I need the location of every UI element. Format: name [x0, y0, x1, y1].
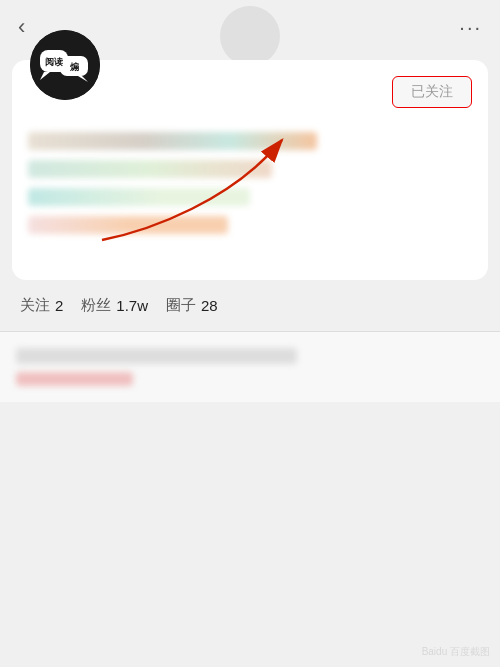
follow-button[interactable]: 已关注 [392, 76, 472, 108]
blurred-content-area [28, 132, 472, 234]
stat-followers[interactable]: 粉丝 1.7w [81, 296, 148, 315]
blurred-row-2 [28, 160, 272, 178]
followers-label: 粉丝 [81, 296, 111, 315]
stats-row: 关注 2 粉丝 1.7w 圈子 28 [0, 280, 500, 331]
avatar-icon: 阅读 煽 [30, 30, 100, 100]
stat-following[interactable]: 关注 2 [20, 296, 63, 315]
groups-value: 28 [201, 297, 218, 314]
svg-text:阅读: 阅读 [45, 57, 63, 67]
blurred-row-3 [28, 188, 250, 206]
stat-groups[interactable]: 圈子 28 [166, 296, 218, 315]
back-button[interactable]: ‹ [18, 14, 25, 40]
svg-text:煽: 煽 [69, 62, 79, 72]
followers-value: 1.7w [116, 297, 148, 314]
blurred-row-4 [28, 216, 228, 234]
bottom-content-area [0, 332, 500, 402]
bottom-blurred-row-1 [16, 348, 297, 364]
avatar: 阅读 煽 [30, 30, 100, 100]
blurred-row-1 [28, 132, 317, 150]
following-label: 关注 [20, 296, 50, 315]
watermark: Baidu 百度截图 [422, 645, 490, 659]
top-circle-decoration [220, 6, 280, 66]
bottom-blurred-row-2 [16, 372, 133, 386]
following-value: 2 [55, 297, 63, 314]
groups-label: 圈子 [166, 296, 196, 315]
profile-card: 阅读 煽 已关注 [12, 60, 488, 280]
more-options-button[interactable]: ··· [459, 16, 482, 39]
